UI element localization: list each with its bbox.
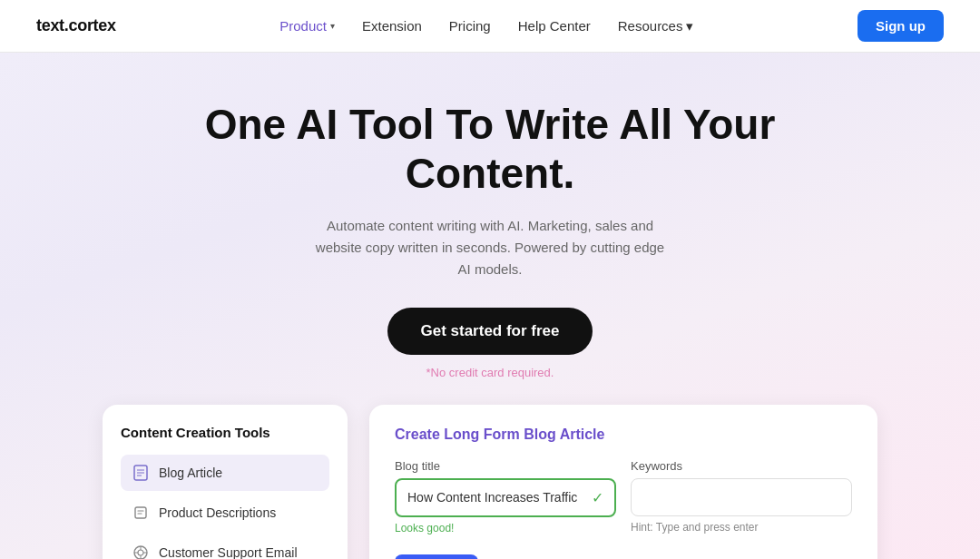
svg-rect-4 xyxy=(135,507,146,518)
keywords-group: Keywords Hint: Type and press enter xyxy=(631,459,852,534)
blog-article-card: Create Long Form Blog Article Blog title… xyxy=(369,405,877,559)
no-credit-card-text: *No credit card required. xyxy=(426,366,554,379)
tools-card: Content Creation Tools Blog Article xyxy=(103,405,348,559)
long-form-highlight: Long Form xyxy=(444,427,520,442)
tool-label: Blog Article xyxy=(159,466,222,480)
navbar: text.cortex Product ▾ Extension Pricing … xyxy=(0,0,980,53)
logo: text.cortex xyxy=(36,16,116,35)
hero-title: One AI Tool To Write All Your Content. xyxy=(200,100,780,199)
hero-subtitle: Automate content writing with AI. Market… xyxy=(309,215,671,280)
tool-label: Customer Support Email xyxy=(159,545,298,559)
nav-resources[interactable]: Resources ▾ xyxy=(618,18,694,34)
nav-product[interactable]: Product ▾ xyxy=(279,18,335,34)
create-button[interactable]: Create xyxy=(395,554,478,559)
blog-title-label: Blog title xyxy=(395,459,616,473)
keywords-input[interactable] xyxy=(631,478,852,516)
hero-section: One AI Tool To Write All Your Content. A… xyxy=(0,53,980,559)
nav-help-center[interactable]: Help Center xyxy=(518,18,591,34)
blog-title-group: Blog title How Content Increases Traffic… xyxy=(395,459,616,534)
tools-card-title: Content Creation Tools xyxy=(121,425,329,440)
tool-item-product-descriptions[interactable]: Product Descriptions xyxy=(121,495,329,531)
right-card-title: Create Long Form Blog Article xyxy=(395,427,852,443)
checkmark-icon: ✓ xyxy=(592,489,603,506)
product-descriptions-icon xyxy=(132,504,150,522)
tool-item-customer-support-email[interactable]: Customer Support Email xyxy=(121,534,329,559)
cards-row: Content Creation Tools Blog Article xyxy=(0,405,980,559)
tool-item-blog-article[interactable]: Blog Article xyxy=(121,455,329,491)
keywords-hint: Hint: Type and press enter xyxy=(631,521,852,534)
customer-support-icon xyxy=(132,544,150,559)
svg-point-6 xyxy=(138,550,143,555)
chevron-down-icon: ▾ xyxy=(330,21,335,31)
nav-extension[interactable]: Extension xyxy=(362,18,422,34)
blog-title-value: How Content Increases Traffic xyxy=(407,490,577,505)
signup-button[interactable]: Sign up xyxy=(858,10,944,42)
looks-good-text: Looks good! xyxy=(395,522,616,534)
nav-links: Product ▾ Extension Pricing Help Center … xyxy=(279,18,693,34)
blog-article-icon xyxy=(132,464,150,482)
nav-pricing[interactable]: Pricing xyxy=(449,18,491,34)
blog-title-input[interactable]: How Content Increases Traffic ✓ xyxy=(395,478,616,517)
chevron-down-icon: ▾ xyxy=(686,18,693,34)
get-started-button[interactable]: Get started for free xyxy=(387,308,592,355)
keywords-label: Keywords xyxy=(631,459,852,473)
tool-label: Product Descriptions xyxy=(159,505,276,520)
form-row: Blog title How Content Increases Traffic… xyxy=(395,459,852,534)
